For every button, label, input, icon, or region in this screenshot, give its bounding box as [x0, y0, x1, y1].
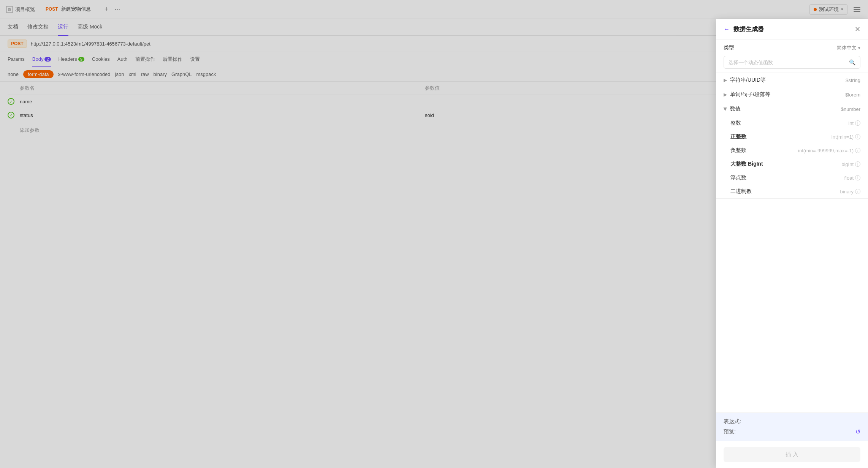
- dg-expression-row: 表达式:: [724, 418, 860, 425]
- dg-close-button[interactable]: ✕: [855, 25, 860, 33]
- chevron-down-icon: ▶: [723, 108, 728, 111]
- dg-item-bigint[interactable]: 大整数 BigInt bigInt i: [716, 157, 868, 171]
- dg-category-lorem[interactable]: ▶ 单词/句子/段落等 $lorem: [716, 87, 868, 102]
- search-icon: 🔍: [849, 59, 855, 65]
- dg-item-float[interactable]: 浮点数 float i: [716, 171, 868, 185]
- chevron-down-icon: ▾: [858, 46, 860, 51]
- dg-item-positive-int[interactable]: 正整数 int(min=1) i: [716, 130, 868, 144]
- main-layout: 文档 修改文档 运行 高级 Mock POST http://127.0.0.1…: [0, 19, 868, 468]
- dg-header: ← 数据生成器 ✕: [716, 19, 868, 40]
- dg-insert-wrap: 插 入: [716, 441, 868, 468]
- dg-insert-button[interactable]: 插 入: [724, 447, 860, 462]
- dg-search-wrap: 🔍: [716, 56, 868, 73]
- info-icon[interactable]: i: [855, 134, 860, 139]
- dg-type-label: 类型: [724, 44, 734, 51]
- info-icon[interactable]: i: [855, 161, 860, 167]
- chevron-right-icon: ▶: [724, 77, 727, 83]
- dg-expression-label: 表达式:: [724, 418, 741, 425]
- dg-refresh-button[interactable]: ↺: [855, 428, 860, 435]
- dg-preview-label: 预览:: [724, 428, 736, 435]
- dg-title: 数据生成器: [733, 25, 851, 33]
- chevron-right-icon: ▶: [724, 92, 727, 97]
- dg-item-negative-int[interactable]: 负整数 int(min=-999999,max=-1) i: [716, 144, 868, 157]
- dg-search-input[interactable]: [729, 60, 847, 65]
- dg-search-container: 🔍: [724, 56, 860, 69]
- data-generator-panel: ← 数据生成器 ✕ 类型 简体中文 ▾ 🔍 ▶ 字符串/UUID等: [716, 19, 868, 468]
- dg-list: ▶ 字符串/UUID等 $string ▶ 单词/句子/段落等 $lorem ▶…: [716, 73, 868, 413]
- info-icon[interactable]: i: [855, 120, 860, 126]
- dg-expression-area: 表达式: 预览: ↺: [716, 413, 868, 441]
- dg-item-int[interactable]: 整数 int i: [716, 116, 868, 130]
- dg-type-row: 类型 简体中文 ▾: [716, 40, 868, 56]
- dg-category-string[interactable]: ▶ 字符串/UUID等 $string: [716, 73, 868, 87]
- info-icon[interactable]: i: [855, 189, 860, 194]
- info-icon[interactable]: i: [855, 148, 860, 153]
- dg-preview-row: 预览: ↺: [724, 428, 860, 435]
- info-icon[interactable]: i: [855, 175, 860, 180]
- dg-lang-selector[interactable]: 简体中文 ▾: [837, 44, 860, 51]
- dg-back-button[interactable]: ←: [724, 26, 730, 33]
- dg-item-binary[interactable]: 二进制数 binary i: [716, 185, 868, 199]
- dg-category-number[interactable]: ▶ 数值 $number: [716, 102, 868, 116]
